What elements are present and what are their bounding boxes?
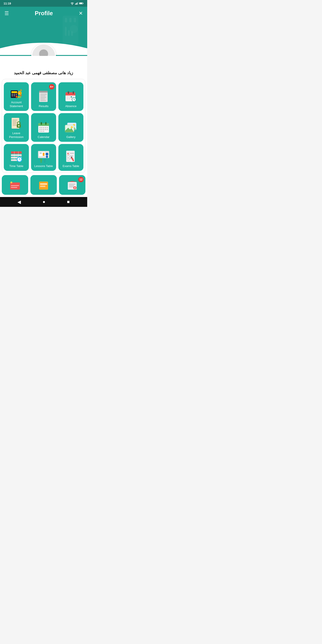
- svg-rect-105: [40, 161, 42, 162]
- calendar-icon: [37, 120, 50, 134]
- lessons-table-label: Lessons Table: [34, 164, 53, 168]
- back-button[interactable]: ◀: [18, 199, 21, 204]
- header-banner: ☰ Profile ✕: [0, 7, 87, 56]
- svg-rect-45: [67, 96, 68, 98]
- svg-point-71: [43, 127, 44, 128]
- results-card[interactable]: A+ Results: [31, 82, 56, 111]
- svg-rect-66: [38, 125, 49, 126]
- time-table-label: Time Table: [10, 164, 24, 168]
- svg-rect-44: [73, 91, 74, 94]
- svg-point-73: [47, 127, 48, 128]
- svg-point-125: [10, 182, 12, 183]
- svg-rect-9: [65, 18, 67, 22]
- partial-badge-3: 12: [78, 177, 84, 182]
- svg-point-77: [45, 129, 46, 130]
- absence-icon: [64, 90, 78, 103]
- exams-table-label: Exams Table: [62, 164, 79, 168]
- svg-rect-7: [83, 3, 84, 4]
- svg-rect-88: [11, 152, 22, 154]
- status-time: 11:19: [4, 2, 11, 5]
- svg-point-70: [41, 127, 42, 128]
- leave-permission-icon: [10, 117, 23, 130]
- leave-permission-card[interactable]: LeavePermission: [4, 113, 29, 142]
- svg-rect-51: [71, 98, 72, 99]
- leave-permission-label: LeavePermission: [9, 132, 24, 139]
- partial-card-2[interactable]: [30, 175, 57, 195]
- svg-rect-113: [67, 156, 69, 158]
- svg-rect-37: [40, 97, 46, 98]
- svg-rect-68: [45, 122, 46, 125]
- partial-card-3[interactable]: 12: [59, 175, 86, 195]
- svg-marker-130: [68, 181, 77, 182]
- svg-rect-92: [14, 152, 14, 161]
- svg-rect-23: [12, 95, 13, 96]
- calendar-label: Calendar: [38, 135, 50, 139]
- content-area: زياد هانى مصطفى فهمى عبد الحميد: [0, 56, 87, 197]
- svg-text:$: $: [19, 92, 20, 94]
- exams-table-card[interactable]: Exams Table: [58, 144, 84, 171]
- svg-rect-3: [77, 3, 77, 5]
- svg-rect-101: [43, 153, 44, 156]
- recents-button[interactable]: ■: [67, 199, 70, 204]
- signal-icon: [75, 2, 78, 5]
- svg-rect-131: [69, 184, 75, 184]
- svg-rect-36: [40, 96, 46, 96]
- menu-grid-section: $ AccountStatement A+: [2, 79, 86, 173]
- account-statement-label: AccountStatement: [10, 100, 23, 108]
- svg-rect-128: [40, 186, 46, 187]
- svg-rect-103: [46, 156, 48, 158]
- status-bar: 11:19: [0, 0, 87, 7]
- user-name: زياد هانى مصطفى فهمى عبد الحميد: [0, 70, 87, 75]
- svg-rect-11: [74, 18, 76, 22]
- svg-rect-6: [80, 3, 82, 4]
- svg-rect-124: [11, 187, 17, 188]
- svg-point-79: [40, 130, 41, 132]
- svg-point-104: [40, 159, 42, 161]
- svg-rect-49: [67, 98, 68, 99]
- svg-point-106: [44, 159, 46, 161]
- svg-rect-127: [40, 183, 47, 185]
- menu-grid: $ AccountStatement A+: [4, 82, 84, 171]
- svg-rect-39: [40, 100, 46, 101]
- absence-card[interactable]: Absence: [58, 82, 84, 111]
- svg-rect-114: [70, 156, 73, 156]
- avatar-silhouette: [34, 47, 54, 56]
- svg-rect-135: [74, 187, 75, 188]
- svg-point-86: [71, 126, 73, 128]
- battery-icon: [79, 2, 84, 5]
- svg-point-69: [40, 127, 41, 128]
- lessons-table-icon: [37, 150, 50, 163]
- svg-point-78: [47, 129, 48, 130]
- results-badge: A+: [49, 84, 54, 90]
- svg-rect-1: [75, 4, 76, 5]
- svg-rect-10: [69, 18, 72, 22]
- svg-rect-50: [69, 98, 70, 99]
- partial-card-1[interactable]: [2, 175, 28, 195]
- menu-icon[interactable]: ☰: [4, 10, 9, 16]
- svg-marker-29: [20, 89, 22, 91]
- lessons-table-card[interactable]: Lessons Table: [31, 144, 56, 171]
- svg-rect-89: [11, 154, 22, 156]
- account-statement-card[interactable]: $ AccountStatement: [4, 82, 29, 111]
- svg-rect-61: [12, 125, 17, 126]
- account-statement-icon: $: [10, 86, 23, 99]
- partial-grid: 12: [2, 175, 86, 195]
- svg-rect-100: [40, 153, 42, 154]
- gallery-card[interactable]: Gallery: [58, 113, 84, 142]
- svg-rect-2: [76, 3, 76, 5]
- svg-rect-123: [11, 185, 19, 186]
- svg-rect-46: [69, 96, 70, 98]
- partial-row-wrapper: 12: [0, 175, 87, 195]
- home-button[interactable]: ●: [42, 199, 45, 204]
- svg-rect-14: [68, 30, 70, 36]
- svg-point-12: [70, 25, 78, 33]
- time-table-card[interactable]: Time Table: [4, 144, 29, 171]
- svg-rect-136: [74, 188, 75, 189]
- svg-point-0: [72, 4, 73, 5]
- svg-point-74: [40, 129, 41, 130]
- calendar-card[interactable]: Calendar: [31, 113, 56, 142]
- svg-rect-42: [66, 94, 75, 96]
- svg-rect-60: [12, 124, 16, 124]
- svg-rect-58: [12, 121, 16, 122]
- svg-rect-57: [12, 120, 18, 120]
